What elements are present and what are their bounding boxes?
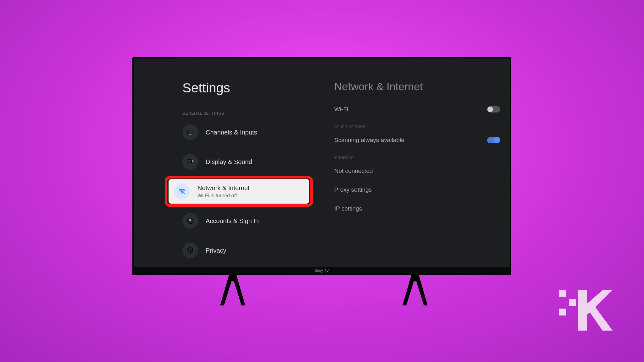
proxy-label: Proxy settings — [334, 186, 372, 193]
settings-item-label: Display & Sound — [206, 158, 252, 166]
settings-left-panel: Settings GENERAL SETTINGS Channels & Inp… — [134, 58, 322, 274]
ip-settings-row[interactable]: IP settings — [334, 205, 500, 212]
settings-item-sublabel: Wi-Fi is turned off — [197, 193, 250, 199]
settings-item-network-internet[interactable]: Network & Internet Wi-Fi is turned off — [169, 179, 309, 204]
page-title: Settings — [182, 80, 322, 96]
ip-label: IP settings — [334, 205, 362, 212]
caption-bar: Sony TV — [134, 267, 510, 274]
other-options-header: OTHER OPTIONS — [334, 125, 500, 129]
tv-input-icon — [182, 124, 198, 140]
scanning-toggle[interactable] — [487, 137, 500, 143]
svg-rect-17 — [559, 309, 566, 315]
settings-item-label: Accounts & Sign In — [206, 217, 259, 225]
tv-leg-left — [220, 275, 245, 305]
ethernet-status-row[interactable]: Not connected — [334, 167, 500, 174]
wifi-toggle-row[interactable]: Wi-Fi — [334, 106, 500, 113]
svg-rect-15 — [559, 290, 566, 297]
wifi-toggle[interactable] — [487, 106, 500, 112]
settings-item-display-sound[interactable]: Display & Sound — [182, 151, 322, 173]
k-logo — [559, 283, 613, 331]
settings-item-accounts-signin[interactable]: Accounts & Sign In — [182, 210, 322, 232]
scanning-toggle-row[interactable]: Scanning always available — [334, 137, 500, 144]
settings-item-channels-inputs[interactable]: Channels & Inputs — [182, 121, 322, 143]
svg-rect-2 — [187, 160, 192, 163]
wifi-label: Wi-Fi — [334, 106, 348, 113]
settings-item-label: Privacy — [206, 247, 226, 254]
svg-rect-16 — [569, 299, 576, 306]
ethernet-header: ETHERNET — [334, 156, 500, 159]
network-detail-panel: Network & Internet Wi-Fi OTHER OPTIONS S… — [322, 58, 510, 274]
detail-title: Network & Internet — [334, 80, 500, 93]
svg-rect-1 — [189, 134, 192, 135]
general-settings-header: GENERAL SETTINGS — [182, 111, 322, 116]
svg-point-5 — [189, 219, 191, 221]
shield-icon — [182, 243, 198, 258]
wifi-off-icon — [174, 184, 190, 199]
tv-caption: Sony TV — [314, 268, 329, 273]
svg-rect-0 — [187, 130, 193, 134]
display-sound-icon — [182, 154, 198, 170]
ethernet-status: Not connected — [334, 167, 373, 174]
scanning-label: Scanning always available — [334, 137, 404, 144]
tv-screen: Settings GENERAL SETTINGS Channels & Inp… — [132, 57, 511, 275]
settings-item-privacy[interactable]: Privacy — [182, 239, 322, 261]
proxy-settings-row[interactable]: Proxy settings — [334, 186, 500, 193]
account-icon — [182, 213, 198, 229]
settings-screen: Settings GENERAL SETTINGS Channels & Inp… — [134, 58, 510, 274]
settings-item-label: Network & Internet — [197, 184, 250, 192]
tv-leg-right — [402, 275, 428, 305]
settings-item-label: Channels & Inputs — [206, 129, 257, 136]
